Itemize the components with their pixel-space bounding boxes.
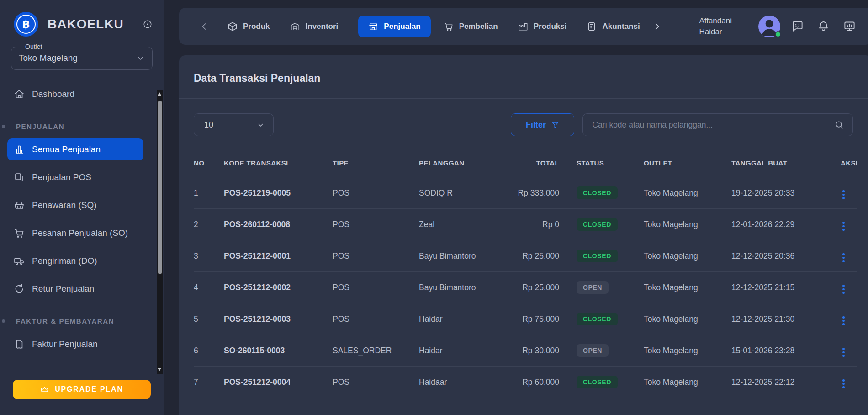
col-header-tipe: TIPE (333, 159, 419, 167)
sidebar-item-label: Pesanan Penjualan (SO) (32, 228, 128, 238)
status-badge: OPEN (577, 344, 609, 357)
sidebar-item-retur-penjualan[interactable]: Retur Penjualan (7, 278, 143, 300)
table-controls: 10 Filter (179, 99, 868, 150)
row-actions-menu-icon[interactable] (841, 220, 847, 233)
cell-tanggal: 12-12-2025 21:30 (731, 314, 836, 324)
sidebar-item-penawaran[interactable]: Penawaran (SQ) (7, 194, 143, 216)
sidebar-item-faktur-penjualan[interactable]: Faktur Penjualan (7, 333, 143, 355)
scrollbar-up-arrow[interactable] (158, 92, 161, 96)
row-actions-menu-icon[interactable] (841, 283, 847, 296)
bitcoin-glyph: ฿ (16, 15, 36, 34)
status-badge: OPEN (577, 281, 609, 294)
page-size-select[interactable]: 10 (194, 113, 274, 136)
sidebar-nav: Dashboard PENJUALAN Semua Penjualan Penj… (0, 83, 164, 355)
col-header-outlet: OUTLET (644, 159, 731, 167)
col-header-kode: KODE TRANSAKSI (224, 159, 333, 167)
user-name: Affandani Haidar (699, 16, 749, 37)
brand-name: BAKOELKU (48, 17, 133, 32)
cell-tipe: POS (333, 283, 419, 293)
sidebar-section-faktur: FAKTUR & PEMBAYARAN (16, 317, 143, 325)
warehouse-icon (290, 21, 300, 32)
col-header-no: NO (194, 159, 224, 167)
tab-label: Inventori (306, 22, 339, 31)
copy-icon (14, 172, 25, 183)
outlet-select[interactable]: Outlet Toko Magelang (11, 47, 153, 70)
sidebar-item-label: Dashboard (32, 89, 74, 99)
scrollbar-down-arrow[interactable] (158, 368, 161, 371)
scrollbar-thumb[interactable] (158, 101, 162, 274)
sidebar-item-pesanan-penjualan[interactable]: Pesanan Penjualan (SO) (7, 222, 143, 244)
cell-outlet: Toko Magelang (644, 283, 731, 293)
row-actions-menu-icon[interactable] (841, 188, 847, 201)
tab-produk[interactable]: Produk (228, 21, 270, 32)
nav-forward-button[interactable] (652, 21, 662, 32)
upgrade-plan-label: UPGRADE PLAN (55, 385, 123, 394)
funnel-icon (551, 121, 560, 129)
cell-total: Rp 0 (501, 220, 559, 229)
topbar: Produk Inventori Penjualan Pembelian Pro… (179, 8, 868, 45)
col-header-tanggal: TANGGAL BUAT (731, 159, 836, 167)
tab-penjualan[interactable]: Penjualan (358, 16, 430, 37)
target-icon (143, 19, 153, 29)
cell-kode: POS-251212-0002 (224, 283, 333, 293)
sidebar-item-penjualan-pos[interactable]: Penjualan POS (7, 166, 143, 188)
cell-tanggal: 12-12-2025 21:15 (731, 283, 836, 293)
cell-pelanggan: Haidar (419, 314, 501, 324)
bakoelku-logo-icon: ฿ (14, 12, 38, 37)
row-actions-menu-icon[interactable] (841, 314, 847, 327)
cell-kode: POS-251212-0001 (224, 251, 333, 261)
bell-icon[interactable] (817, 20, 830, 32)
cart-icon (444, 21, 454, 32)
factory-icon (518, 21, 528, 32)
store-icon (368, 21, 378, 32)
search-box (582, 113, 853, 136)
avatar[interactable] (758, 16, 780, 37)
col-header-total: TOTAL (501, 159, 559, 167)
cell-total: Rp 75.000 (501, 314, 559, 324)
tab-pembelian[interactable]: Pembelian (444, 21, 498, 32)
tab-inventori[interactable]: Inventori (290, 21, 339, 32)
tab-label: Pembelian (459, 22, 498, 31)
sidebar-item-label: Semua Penjualan (32, 144, 101, 154)
table-row: 4 POS-251212-0002 POS Bayu Bimantoro Rp … (194, 271, 857, 303)
sidebar-scrollbar[interactable] (157, 90, 163, 374)
row-actions-menu-icon[interactable] (841, 251, 847, 264)
row-actions-menu-icon[interactable] (841, 346, 847, 359)
cell-tanggal: 15-01-2026 23:28 (731, 346, 836, 356)
nav-back-button[interactable] (199, 21, 209, 32)
tab-akuntansi[interactable]: Akuntansi (587, 21, 640, 32)
row-actions-menu-icon[interactable] (841, 378, 847, 390)
chevron-down-icon (136, 54, 145, 63)
search-icon[interactable] (834, 120, 844, 130)
table-body: 1 POS-251219-0005 POS SODIQ R Rp 333.000… (179, 177, 868, 398)
filter-button[interactable]: Filter (511, 113, 574, 136)
sidebar-item-pengiriman[interactable]: Pengiriman (DO) (7, 250, 143, 272)
sidebar-item-dashboard[interactable]: Dashboard (7, 83, 143, 105)
calculator-icon (587, 21, 597, 32)
cell-tipe: POS (333, 314, 419, 324)
cell-total: Rp 30.000 (501, 346, 559, 356)
page-size-value: 10 (204, 120, 256, 130)
cube-icon (228, 21, 238, 32)
monitor-icon[interactable] (843, 20, 856, 32)
upgrade-plan-button[interactable]: UPGRADE PLAN (13, 380, 151, 399)
cell-aksi (836, 217, 857, 233)
sidebar-collapse-button[interactable] (143, 19, 153, 29)
cell-outlet: Toko Magelang (644, 346, 731, 356)
chat-icon[interactable] (791, 20, 804, 32)
status-badge: CLOSED (577, 186, 618, 199)
tab-produksi[interactable]: Produksi (518, 21, 567, 32)
search-input[interactable] (592, 120, 834, 130)
topbar-right: Affandani Haidar (699, 16, 856, 37)
cell-outlet: Toko Magelang (644, 188, 731, 198)
cell-outlet: Toko Magelang (644, 378, 731, 387)
invoice-icon (14, 339, 25, 350)
cell-tipe: SALES_ORDER (333, 346, 419, 356)
cell-status: CLOSED (559, 218, 644, 231)
cell-total: Rp 25.000 (501, 283, 559, 293)
sidebar-item-semua-penjualan[interactable]: Semua Penjualan (7, 138, 143, 160)
status-badge: CLOSED (577, 250, 618, 262)
cell-kode: POS-251212-0004 (224, 378, 333, 387)
sidebar: ฿ BAKOELKU Outlet Toko Magelang Dashboar… (0, 0, 164, 415)
table-row: 1 POS-251219-0005 POS SODIQ R Rp 333.000… (194, 177, 857, 208)
